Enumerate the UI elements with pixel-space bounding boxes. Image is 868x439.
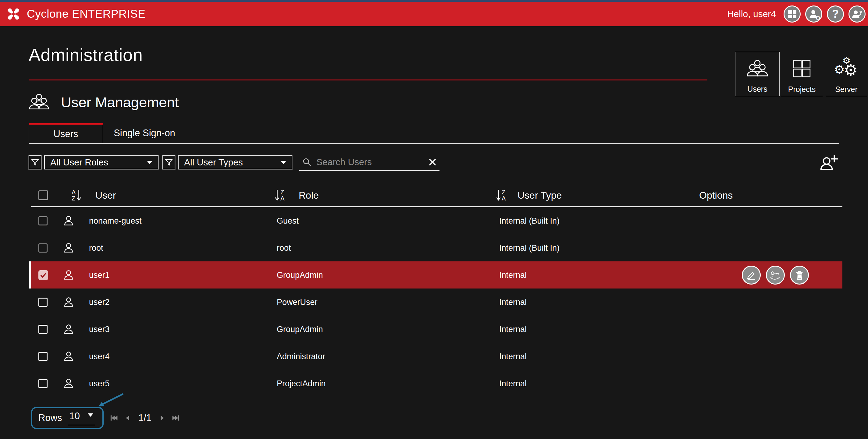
table-row[interactable]: root root Internal (Built In) xyxy=(31,234,842,261)
users-group-icon xyxy=(736,52,779,85)
table-row[interactable]: user4 Administrator Internal xyxy=(31,343,842,370)
nav-tile-label: Server xyxy=(835,85,858,94)
user-icon xyxy=(63,378,74,389)
table-row[interactable]: user5 ProjectAdmin Internal xyxy=(31,370,842,397)
row-checkbox[interactable] xyxy=(38,216,48,225)
help-icon: ? xyxy=(832,8,839,21)
user-icon xyxy=(63,269,74,281)
tabbar: Users Single Sign-on xyxy=(29,123,839,144)
nav-tile-users[interactable]: Users xyxy=(735,52,780,96)
tab-users[interactable]: Users xyxy=(29,123,103,143)
sort-user-icon[interactable]: AZ xyxy=(72,188,81,202)
reset-password-button[interactable] xyxy=(766,265,785,285)
column-header-user-type: User Type xyxy=(518,189,562,201)
cell-user: user2 xyxy=(89,297,110,307)
table-row[interactable]: user2 PowerUser Internal xyxy=(31,288,842,316)
cyclone-logo-icon xyxy=(6,7,21,21)
cell-user: user3 xyxy=(89,324,110,334)
table-header: AZ User ZA Role ZA xyxy=(31,184,842,207)
user-types-dropdown-value: All User Types xyxy=(184,157,243,167)
search-icon xyxy=(302,157,311,167)
user-icon xyxy=(63,242,74,254)
cell-user: noname-guest xyxy=(89,216,142,225)
delete-user-button[interactable] xyxy=(790,265,809,285)
edit-user-button[interactable] xyxy=(742,265,761,285)
first-page-button[interactable] xyxy=(110,414,119,422)
nav-tile-projects[interactable]: Projects xyxy=(780,52,824,96)
topbar-actions: Hello, user4 ⚙ ? xyxy=(727,5,866,23)
help-button[interactable]: ? xyxy=(827,5,844,23)
row-checkbox[interactable] xyxy=(38,297,48,307)
row-checkbox[interactable] xyxy=(38,270,48,280)
cell-user-type: Internal (Built In) xyxy=(499,216,560,225)
chevron-down-icon xyxy=(147,161,152,164)
user-types-dropdown[interactable]: All User Types xyxy=(178,155,292,169)
cell-user-type: Internal xyxy=(499,379,527,388)
row-checkbox[interactable] xyxy=(38,243,48,253)
rows-per-page-dropdown[interactable]: Rows 10 xyxy=(31,407,104,429)
row-checkbox[interactable] xyxy=(38,325,48,334)
previous-page-button[interactable] xyxy=(124,414,131,422)
server-gears-icon: ⚙⚙⚙ xyxy=(824,52,868,85)
column-header-options: Options xyxy=(699,189,733,201)
user-roles-dropdown-value: All User Roles xyxy=(50,157,108,167)
sign-out-icon xyxy=(851,8,863,20)
table-row[interactable]: user1 GroupAdmin Internal xyxy=(31,261,842,288)
title-divider xyxy=(29,80,707,81)
chevron-down-icon xyxy=(88,413,93,417)
apps-grid-button[interactable] xyxy=(783,5,801,23)
brand-title: Cyclone ENTERPRISE xyxy=(27,8,145,21)
sort-role-icon[interactable]: ZA xyxy=(275,188,284,202)
tab-single-sign-on[interactable]: Single Sign-on xyxy=(103,123,186,143)
section-header: User Management xyxy=(29,93,839,111)
cell-role: PowerUser xyxy=(277,297,317,307)
column-header-role: Role xyxy=(299,189,319,201)
nav-tile-server[interactable]: ⚙⚙⚙ Server xyxy=(824,52,868,96)
cell-user-type: Internal xyxy=(499,324,527,334)
sign-out-button[interactable] xyxy=(848,5,866,23)
apps-grid-icon xyxy=(788,10,796,18)
cell-user: user5 xyxy=(89,379,110,388)
next-page-button[interactable] xyxy=(159,414,165,422)
rows-value: 10 xyxy=(68,411,95,425)
select-all-checkbox[interactable] xyxy=(38,190,48,200)
column-header-user: User xyxy=(95,189,116,201)
users-table: AZ User ZA Role ZA xyxy=(31,184,842,397)
cell-role: Guest xyxy=(277,216,299,225)
last-page-button[interactable] xyxy=(171,414,180,422)
table-body: noname-guest Guest Internal (Built In) r… xyxy=(31,207,842,397)
cell-role: GroupAdmin xyxy=(277,324,323,334)
user-icon xyxy=(63,323,74,335)
user-icon xyxy=(63,296,74,308)
page-root: Cyclone ENTERPRISE Hello, user4 ⚙ ? xyxy=(0,0,868,439)
user-icon xyxy=(63,215,74,227)
role-filter-funnel-icon[interactable] xyxy=(29,155,41,169)
search-users-input[interactable]: Search Users xyxy=(299,154,439,171)
section-title: User Management xyxy=(61,94,179,111)
account-settings-button[interactable]: ⚙ xyxy=(805,5,822,23)
user-icon xyxy=(63,351,74,362)
table-row[interactable]: user3 GroupAdmin Internal xyxy=(31,316,842,343)
cell-role: Administrator xyxy=(277,351,325,361)
cell-role: root xyxy=(277,243,291,253)
clear-search-icon[interactable] xyxy=(429,158,436,166)
filterbar: All User Roles All User Types xyxy=(29,154,839,171)
tab-label: Single Sign-on xyxy=(114,128,175,138)
projects-grid-icon xyxy=(780,52,824,85)
sort-user-type-icon[interactable]: ZA xyxy=(496,188,506,202)
cell-user-type: Internal (Built In) xyxy=(499,243,560,253)
main-content: Administration xyxy=(0,44,868,430)
page-indicator: 1/1 xyxy=(138,412,152,424)
row-checkbox[interactable] xyxy=(38,352,48,361)
add-user-button[interactable] xyxy=(819,154,838,171)
nav-tile-label: Projects xyxy=(788,85,815,94)
row-checkbox[interactable] xyxy=(38,379,48,388)
user-management-icon xyxy=(29,93,50,111)
user-roles-dropdown[interactable]: All User Roles xyxy=(44,155,158,169)
table-row[interactable]: noname-guest Guest Internal (Built In) xyxy=(31,207,842,234)
type-filter-funnel-icon[interactable] xyxy=(162,155,175,169)
gear-icon: ⚙ xyxy=(815,15,821,21)
cell-role: GroupAdmin xyxy=(277,270,323,280)
cell-role: ProjectAdmin xyxy=(277,379,326,388)
row-options xyxy=(742,265,809,285)
